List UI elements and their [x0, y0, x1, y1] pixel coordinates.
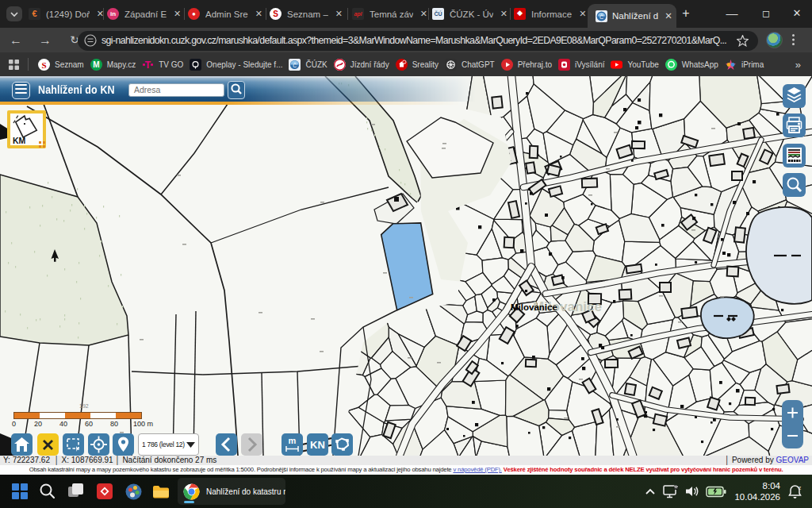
svg-text:M: M	[93, 60, 99, 69]
svg-text:Č: Č	[599, 13, 603, 20]
svg-text:T: T	[145, 60, 151, 71]
svg-text:z: z	[799, 485, 801, 491]
svg-text:S: S	[41, 60, 46, 69]
svg-text:Milovanice: Milovanice	[511, 302, 557, 312]
svg-text:+: +	[403, 60, 404, 64]
svg-text:m: m	[289, 436, 297, 445]
svg-text:Č: Č	[293, 62, 297, 68]
svg-text:KN: KN	[310, 439, 325, 451]
